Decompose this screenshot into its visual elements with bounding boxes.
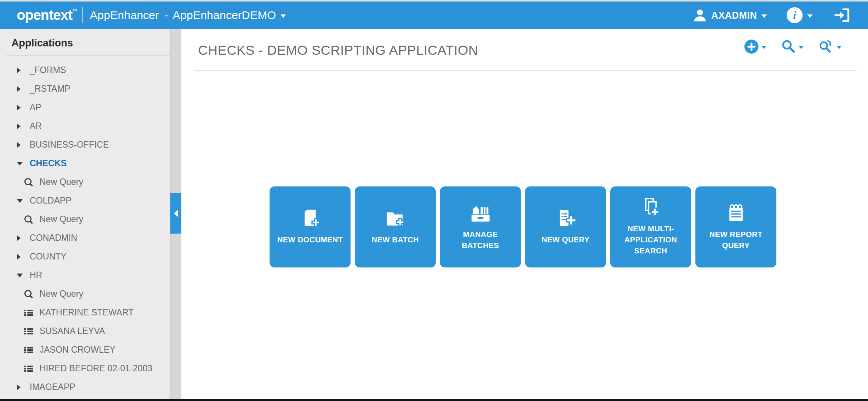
caret-down-icon [17,274,30,277]
tile-new-report-query[interactable]: NEW REPORT QUERY [695,186,776,267]
sidebar-item-label: New Query [40,289,83,299]
sidebar-item-label: COLDAPP [30,196,71,206]
sidebar-item-label: _RSTAMP [30,84,70,94]
sidebar-item-label: HR [30,270,42,280]
sidebar-item-imageapp[interactable]: IMAGEAPP [0,378,170,396]
sidebar-item-ap[interactable]: AP [0,98,170,117]
tile-new-query[interactable]: NEW QUERY [525,186,606,267]
saved-query-list-icon [24,365,40,372]
chevron-down-icon [762,46,766,49]
sidebar-item-new-query[interactable]: New Query [0,210,170,229]
divider [6,55,170,56]
multi-document-plus-icon [640,197,662,218]
sidebar-item-label: CONADMIN [30,233,77,243]
caret-right-icon [17,86,30,92]
sidebar-item-label: New Query [40,214,83,224]
app-header: opentext™ AppEnhancer - AppEnhancerDEMO … [0,2,868,29]
search-icon [24,215,40,224]
chevron-down-icon [762,14,767,18]
datasource-dash: - [164,9,168,22]
sidebar-item-jason-crowley[interactable]: JASON CROWLEY [0,341,170,359]
trademark-symbol: ™ [72,8,77,14]
sidebar-item-new-query[interactable]: New Query [0,173,170,191]
sidebar-item-label: KATHERINE STEWART [40,307,134,318]
page-title: CHECKS - DEMO SCRIPTING APPLICATION [198,43,478,58]
sidebar-item-label: AR [30,121,42,131]
tile-label: MANAGE BATCHES [440,229,521,251]
sidebar-collapse-button[interactable] [170,193,181,234]
sidebar-item-checks[interactable]: CHECKS [0,154,170,173]
add-circle-icon [744,40,759,54]
sidebar-item-label: JASON CROWLEY [40,345,115,355]
sidebar-item-label: _FORMS [30,65,66,75]
sidebar-item-ar[interactable]: AR [0,117,170,135]
tile-label: NEW QUERY [535,234,596,245]
sidebar-item-susana-leyva[interactable]: SUSANA LEYVA [0,322,170,341]
sidebar-item-label: SUSANA LEYVA [40,326,105,336]
applications-title: Applications [0,29,170,49]
saved-query-list-icon [24,309,40,316]
divider [194,70,857,71]
sidebar-item-label: BUSINESS-OFFICE [30,140,109,150]
caret-right-icon [17,105,30,111]
chevron-down-icon [799,46,803,49]
datasource-name: AppEnhancerDEMO [173,9,276,22]
saved-query-list-icon [24,328,40,335]
sidebar-item-label: AP [30,102,41,113]
sidebar-item-new-query[interactable]: New Query [0,285,170,303]
applications-panel: Applications _FORMS _RSTAMP AP AR BUSINE… [0,29,170,399]
sidebar-item-katherine-stewart[interactable]: KATHERINE STEWART [0,303,170,322]
caret-right-icon [17,235,30,241]
query-plus-icon [555,208,576,229]
tile-label: NEW BATCH [365,234,425,245]
sidebar-item-coldapp[interactable]: COLDAPP [0,191,170,210]
saved-query-list-icon [24,347,40,353]
document-plus-icon [300,208,321,229]
logout-button[interactable] [833,7,851,24]
sidebar-item-hired-before-02-01-2003[interactable]: HIRED BEFORE 02-01-2003 [0,359,170,378]
caret-right-icon [17,254,30,260]
chevron-down-icon [807,14,812,18]
query-history-icon [819,39,834,54]
product-name: AppEnhancer [90,9,159,22]
sidebar-item-county[interactable]: COUNTY [0,247,170,266]
info-icon: i [787,7,803,23]
sidebar-item--rstamp[interactable]: _RSTAMP [0,80,170,98]
toolbar [744,39,841,54]
saved-queries-dropdown[interactable] [819,39,841,54]
user-icon [692,8,708,22]
chevron-down-icon [837,46,841,49]
sidebar-item-hr[interactable]: HR [0,266,170,285]
user-name: AXADMIN [711,10,757,21]
sidebar-item-label: New Query [40,177,83,187]
caret-right-icon [17,384,30,390]
datasource-dropdown[interactable]: - AppEnhancerDEMO [164,9,286,22]
user-menu[interactable]: AXADMIN [692,8,767,22]
search-icon [24,289,40,299]
sidebar-item-label: COUNTY [30,251,67,262]
caret-down-icon [17,199,30,203]
sidebar-item--forms[interactable]: _FORMS [0,61,170,80]
folder-plus-icon [384,208,406,229]
tile-label: NEW DOCUMENT [271,234,349,245]
search-icon [781,39,796,54]
caret-right-icon [17,142,30,148]
info-menu[interactable]: i [787,7,812,23]
new-item-dropdown[interactable] [744,40,766,54]
search-dropdown[interactable] [781,39,803,54]
sidebar-item-conadmin[interactable]: CONADMIN [0,229,170,247]
chevron-down-icon [281,14,286,18]
caret-right-icon [17,67,30,73]
tile-new-batch[interactable]: NEW BATCH [355,186,436,267]
tile-manage-batches[interactable]: MANAGE BATCHES [440,186,521,267]
caret-right-icon [17,123,30,129]
tile-new-document[interactable]: NEW DOCUMENT [270,186,351,267]
sidebar-item-label: HIRED BEFORE 02-01-2003 [40,363,152,374]
sidebar-item-label: IMAGEAPP [30,382,75,392]
sidebar-item-business-office[interactable]: BUSINESS-OFFICE [0,135,170,154]
brand-separator [82,7,83,23]
applications-tree: _FORMS _RSTAMP AP AR BUSINESS-OFFICE CHE… [0,61,170,396]
caret-down-icon [17,162,30,165]
tile-new-multi-application-search[interactable]: NEW MULTI-APPLICATION SEARCH [610,186,691,267]
logout-icon [833,7,851,24]
